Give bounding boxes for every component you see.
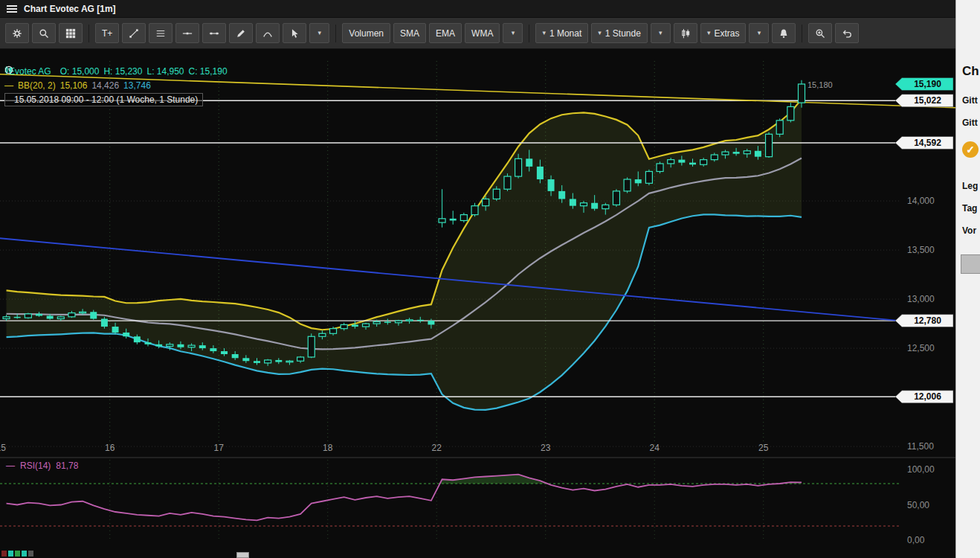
button-label: EMA	[436, 28, 455, 39]
prevday-option-label: Vor	[962, 225, 976, 236]
candle-icon	[680, 28, 691, 39]
grid-icon	[65, 28, 76, 39]
svg-text:11,500: 11,500	[907, 441, 934, 452]
legend-option-label: Leg	[962, 181, 978, 191]
chart-type-button[interactable]	[674, 23, 697, 43]
alerts-dropdown[interactable]: ▾	[749, 23, 769, 43]
svg-text:100,00: 100,00	[907, 464, 935, 475]
svg-text:25: 25	[758, 443, 769, 453]
svg-text:12,006: 12,006	[914, 391, 941, 402]
svg-text:14,000: 14,000	[907, 196, 935, 206]
volumen-button[interactable]: Volumen	[342, 23, 390, 43]
rsi-label: RSI(14)	[20, 461, 51, 471]
zoom-in-button[interactable]	[808, 23, 832, 43]
freehand-tool-button[interactable]	[229, 23, 253, 43]
gear-icon	[12, 28, 22, 39]
bb-upper-value: 15,106	[60, 80, 88, 91]
indicator-color-swatch	[8, 551, 13, 557]
indicator-color-swatch	[28, 551, 33, 557]
svg-text:12,780: 12,780	[914, 315, 941, 326]
chart-panel: 161718222324251515,18014,00013,50013,000…	[0, 49, 955, 558]
ohlc-close: C: 15,190	[189, 66, 228, 77]
chart-canvas[interactable]: 161718222324251515,18014,00013,50013,000…	[0, 49, 955, 558]
bb-middle-value: 14,426	[91, 80, 119, 91]
rsi-legend-row: — RSI(14) 81,78	[6, 461, 78, 471]
arc-tool-button[interactable]	[256, 23, 280, 43]
window-titlebar: Chart Evotec AG [1m]	[0, 0, 955, 18]
cursor-icon	[289, 28, 300, 39]
svg-text:22: 22	[432, 443, 442, 453]
button-label: SMA	[400, 28, 419, 39]
settings-button[interactable]	[5, 23, 29, 43]
text-tool-button[interactable]: T+	[95, 23, 119, 43]
button-label: 1 Monat	[549, 28, 581, 39]
button-label: T+	[102, 28, 112, 39]
button-label: Extras	[714, 28, 739, 39]
svg-text:16: 16	[105, 443, 115, 453]
button-label: Volumen	[349, 28, 384, 39]
toolbar-separator	[88, 25, 89, 42]
svg-text:15,022: 15,022	[914, 95, 941, 106]
extras-dropdown[interactable]: ▾Extras	[700, 23, 747, 43]
extended-line-tool-button[interactable]	[202, 23, 226, 43]
fib-icon	[155, 28, 166, 39]
layout-grid-button[interactable]	[59, 23, 83, 43]
ohlc-low: L: 14,950	[146, 66, 184, 77]
window-title: Chart Evotec AG [1m]	[24, 4, 116, 14]
chart-style-dropdown[interactable]: ▾	[651, 23, 671, 43]
pointer-tool-button[interactable]	[283, 23, 306, 43]
horizontal-line-tool-button[interactable]	[175, 23, 199, 43]
ema-button[interactable]: EMA	[429, 23, 462, 43]
chevron-down-icon: ▾	[542, 30, 546, 36]
time-range-text: 15.05.2018 09:00 - 12:00 (1 Woche, 1 Stu…	[14, 94, 198, 105]
button-label: 1 Stunde	[605, 28, 641, 39]
rsi-panel: 100,0050,000,00	[0, 458, 955, 545]
bb-line-icon: —	[4, 80, 13, 91]
svg-text:17: 17	[214, 443, 225, 453]
day-option-label: Tag	[962, 203, 977, 214]
toolbar-separator	[529, 25, 529, 42]
panel-resize-handle[interactable]	[236, 552, 249, 558]
grid-enabled-checkbox[interactable]: ✓	[962, 141, 979, 158]
bollinger-bands	[7, 99, 802, 410]
bottom-indicator-strip	[1, 551, 33, 557]
instrument-name: Evotec AG	[9, 66, 51, 77]
chevron-down-icon: ▾	[598, 30, 602, 36]
time-range-row: 15.05.2018 09:00 - 12:00 (1 Woche, 1 Stu…	[4, 94, 228, 106]
bb-lower-value: 13,746	[123, 80, 151, 91]
bollinger-legend-row: — BB(20, 2) 15,106 14,426 13,746	[4, 80, 228, 92]
pencil-icon	[236, 28, 246, 39]
svg-text:12,500: 12,500	[907, 343, 935, 353]
undo-icon	[842, 28, 852, 39]
alert-bell-button[interactable]	[772, 23, 796, 43]
wma-button[interactable]: WMA	[465, 23, 500, 43]
bb-label: BB(20, 2)	[18, 80, 56, 91]
search-button[interactable]	[32, 23, 56, 43]
undo-button[interactable]	[835, 23, 859, 43]
interval-dropdown[interactable]: ▾1 Stunde	[591, 23, 648, 43]
sma-button[interactable]: SMA	[393, 23, 426, 43]
rsi-line	[7, 475, 802, 521]
grid-option-label-2: Gitt	[962, 118, 978, 128]
settings-panel-title: Ch	[962, 64, 979, 79]
menu-icon[interactable]	[7, 5, 17, 13]
fibonacci-tool-button[interactable]	[149, 23, 173, 43]
instrument-legend-row: Evotec AG O: 15,000 H: 15,230 L: 14,950 …	[4, 65, 228, 77]
price-tags[interactable]: 15,19015,02214,59212,78012,006	[895, 78, 953, 403]
chevron-down-icon: ▾	[707, 30, 711, 36]
svg-text:15: 15	[0, 443, 6, 453]
settings-dropdown[interactable]	[961, 254, 980, 274]
trendline-tool-button[interactable]	[122, 23, 146, 43]
period-dropdown[interactable]: ▾1 Monat	[535, 23, 588, 43]
indicator-color-swatch	[15, 551, 20, 557]
extline-icon	[209, 28, 219, 39]
bell-icon	[778, 28, 789, 39]
chart-legend: Evotec AG O: 15,000 H: 15,230 L: 14,950 …	[4, 65, 228, 106]
indicators-dropdown[interactable]: ▾	[503, 23, 523, 43]
drawing-tools-dropdown[interactable]: ▾	[309, 23, 329, 43]
chevron-down-icon: ▾	[659, 30, 663, 36]
price-marker-label: 15,180	[807, 80, 833, 89]
toolbar: T+▾VolumenSMAEMAWMA▾▾1 Monat▾1 Stunde▾▾E…	[0, 18, 955, 49]
chart-settings-panel: Ch Gitt Gitt ✓ Leg Tag Vor	[955, 0, 980, 558]
rsi-value: 81,78	[56, 461, 78, 471]
